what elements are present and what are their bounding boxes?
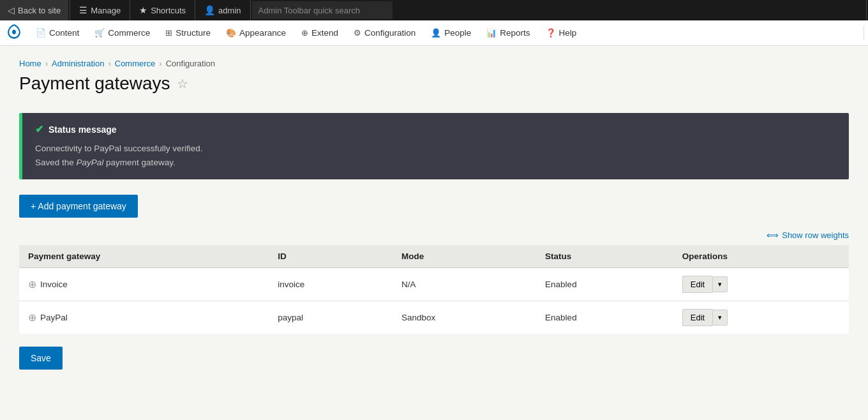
nav-reports[interactable]: 📊 Reports [479,20,537,45]
breadcrumb-sep-3: › [159,59,161,68]
row-invoice-name: ⊕ Invoice [19,268,269,301]
structure-icon: ⊞ [165,28,172,38]
table-actions: ⟺ Show row weights [19,230,849,240]
breadcrumb-home[interactable]: Home [19,59,41,68]
row-invoice-operations: Edit ▾ [673,268,849,301]
reports-icon: 📊 [486,28,497,38]
toolbar-divider-5 [866,0,867,20]
nav-help[interactable]: ❓ Help [538,20,585,45]
extend-icon: ⊕ [301,28,308,38]
col-header-id: ID [269,245,393,268]
home-icon: ◁ [8,5,15,15]
content-icon: 📄 [36,28,46,38]
row-paypal-status: Enabled [536,301,673,334]
toolbar-right [865,0,868,20]
nav-appearance[interactable]: 🎨 Appearance [218,20,294,45]
edit-invoice-button[interactable]: Edit [682,276,712,293]
col-header-status: Status [536,245,673,268]
page-title: Payment gateways ☆ [19,73,849,94]
commerce-icon: 🛒 [94,28,105,38]
status-message-title: ✔ Status message [35,123,836,135]
drupal-logo[interactable] [3,22,26,45]
nav-content[interactable]: 📄 Content [28,20,87,45]
toolbar-divider-2 [130,0,130,20]
people-icon: 👤 [431,28,441,38]
payment-gateway-table: Payment gateway ID Mode Status Operation… [19,245,849,334]
status-line-2: Saved the PayPal payment gateway. [35,156,836,170]
col-header-operations: Operations [673,245,849,268]
main-content: ✔ Status message Connectivity to PayPal … [0,100,868,382]
shortcuts-menu[interactable]: ★ Shortcuts [131,0,193,20]
row-invoice-status: Enabled [536,268,673,301]
edit-btn-group-paypal: Edit ▾ [682,309,840,326]
toolbar-divider-3 [195,0,195,20]
nav-extend[interactable]: ⊕ Extend [294,20,346,45]
toolbar-divider-4 [250,0,251,20]
bookmark-icon[interactable]: ☆ [177,76,188,91]
table-row: ⊕ PayPal paypal Sandbox Enabled Edit ▾ [19,301,849,334]
manage-menu[interactable]: ☰ Manage [71,0,128,20]
row-paypal-id: paypal [269,301,393,334]
table-row: ⊕ Invoice invoice N/A Enabled Edit ▾ [19,268,849,301]
nav-people[interactable]: 👤 People [423,20,479,45]
back-to-site[interactable]: ◁ Back to site [0,0,68,20]
secondary-nav: 📄 Content 🛒 Commerce ⊞ Structure 🎨 Appea… [0,20,868,46]
breadcrumb-sep-1: › [45,59,48,68]
status-paypal-italic: PayPal [77,158,104,167]
breadcrumb-administration[interactable]: Administration [52,59,104,68]
nav-commerce[interactable]: 🛒 Commerce [87,20,158,45]
menu-icon: ☰ [79,5,87,15]
row-invoice-id: invoice [269,268,393,301]
user-icon: 👤 [204,5,215,15]
nav-separator-right [864,26,864,41]
admin-user[interactable]: 👤 admin [197,0,248,20]
table-header-row: Payment gateway ID Mode Status Operation… [19,245,849,268]
edit-paypal-dropdown[interactable]: ▾ [712,310,728,326]
col-header-mode: Mode [393,245,536,268]
appearance-icon: 🎨 [226,28,236,38]
admin-toolbar: ◁ Back to site ☰ Manage ★ Shortcuts 👤 ad… [0,0,868,20]
star-toolbar-icon: ★ [139,5,147,15]
check-icon: ✔ [35,123,43,135]
status-message-box: ✔ Status message Connectivity to PayPal … [19,113,849,179]
edit-paypal-button[interactable]: Edit [682,309,712,326]
col-header-name: Payment gateway [19,245,269,268]
help-icon: ❓ [546,28,556,38]
configuration-icon: ⚙ [354,28,361,38]
drag-handle-paypal[interactable]: ⊕ [28,311,36,324]
toolbar-divider-1 [70,0,70,20]
drag-handle-invoice[interactable]: ⊕ [28,278,36,290]
breadcrumb-commerce[interactable]: Commerce [115,59,156,68]
weights-icon: ⟺ [767,230,779,240]
save-button[interactable]: Save [19,347,63,370]
status-line-1: Connectivity to PayPal successfully veri… [35,142,836,156]
row-paypal-operations: Edit ▾ [673,301,849,334]
breadcrumb-area: Home › Administration › Commerce › Confi… [0,46,868,100]
nav-structure[interactable]: ⊞ Structure [158,20,218,45]
nav-configuration[interactable]: ⚙ Configuration [346,20,423,45]
add-payment-gateway-button[interactable]: + Add payment gateway [19,195,138,218]
toolbar-search-input[interactable] [252,1,393,19]
svg-point-0 [12,29,16,34]
edit-invoice-dropdown[interactable]: ▾ [712,276,728,292]
breadcrumb: Home › Administration › Commerce › Confi… [19,59,849,68]
row-paypal-name: ⊕ PayPal [19,301,269,334]
row-paypal-mode: Sandbox [393,301,536,334]
show-row-weights-toggle[interactable]: ⟺ Show row weights [767,230,849,240]
breadcrumb-configuration: Configuration [166,59,215,68]
edit-btn-group-invoice: Edit ▾ [682,276,840,293]
row-invoice-mode: N/A [393,268,536,301]
breadcrumb-sep-2: › [108,59,110,68]
